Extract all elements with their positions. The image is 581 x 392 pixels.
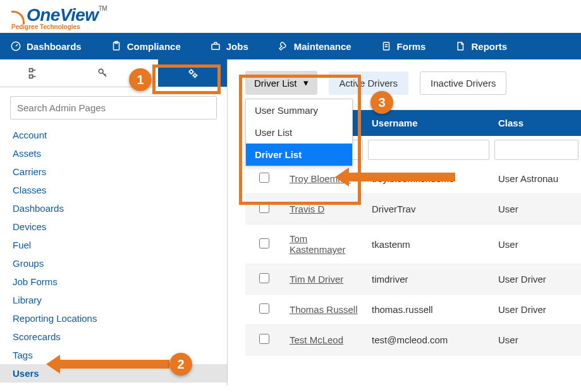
- logo-area: OneViewTM Pedigree Technologies: [0, 0, 581, 33]
- gauge-icon: [10, 40, 21, 52]
- driver-class: User: [492, 224, 581, 264]
- nav-jobs-label: Jobs: [226, 41, 248, 52]
- view-dropdown-menu: User SummaryUser ListDriver List: [245, 99, 353, 166]
- tree-icon: [28, 67, 40, 80]
- driver-class: User Astronau: [492, 164, 581, 194]
- sidebar-tab-settings[interactable]: [158, 59, 227, 87]
- header-class[interactable]: Class: [492, 110, 581, 136]
- nav-forms-label: Forms: [397, 41, 426, 52]
- nav-maintenance[interactable]: Maintenance: [272, 40, 357, 52]
- driver-username: tkastenm: [365, 224, 492, 264]
- driver-class: User Driver: [492, 295, 581, 325]
- table-row: Test McLeodtest@mcleod.comUser: [245, 325, 581, 355]
- driver-name-link[interactable]: Travis D: [290, 204, 324, 214]
- table-row: Tom KastenmayertkastenmUser: [245, 224, 581, 264]
- row-checkbox[interactable]: [259, 173, 269, 183]
- logo-brand: OneView: [27, 5, 99, 25]
- driver-name-link[interactable]: Tim M Driver: [290, 274, 343, 285]
- header-username[interactable]: Username: [365, 110, 492, 136]
- logo-tm: TM: [99, 5, 107, 12]
- dropdown-option-user-summary[interactable]: User Summary: [246, 99, 352, 121]
- callout-3: 3: [370, 91, 393, 114]
- nav-dashboards-label: Dashboards: [27, 41, 82, 52]
- sidebar-tabs: [0, 59, 227, 87]
- view-dropdown-button[interactable]: Driver List ▾: [245, 71, 317, 95]
- sidebar-item-account[interactable]: Account: [0, 126, 227, 144]
- callout-2: 2: [169, 353, 192, 376]
- table-row: Thomas Russellthomas.russellUser Driver: [245, 295, 581, 325]
- filter-class-input[interactable]: [494, 140, 578, 160]
- driver-username: DriverTrav: [365, 194, 492, 224]
- row-checkbox[interactable]: [259, 238, 269, 248]
- dropdown-option-driver-list[interactable]: Driver List: [246, 144, 352, 166]
- sidebar-item-assets[interactable]: Assets: [0, 144, 227, 162]
- driver-class: User: [492, 194, 581, 224]
- driver-username: test@mcleod.com: [365, 325, 492, 355]
- sidebar-item-scorecards[interactable]: Scorecards: [0, 328, 227, 346]
- driver-name-link[interactable]: Test McLeod: [290, 334, 343, 345]
- sidebar-item-library[interactable]: Library: [0, 291, 227, 309]
- filter-active-drivers[interactable]: Active Drivers: [329, 71, 409, 95]
- row-checkbox[interactable]: [259, 334, 269, 344]
- nav-maintenance-label: Maintenance: [294, 41, 352, 52]
- driver-username: thomas.russell: [365, 295, 492, 325]
- driver-class: User: [492, 325, 581, 355]
- svg-point-7: [99, 69, 104, 73]
- view-dropdown-label: Driver List: [254, 78, 297, 89]
- gears-icon: [187, 67, 199, 80]
- svg-rect-3: [212, 44, 219, 49]
- filter-inactive-drivers[interactable]: Inactive Drivers: [420, 71, 506, 95]
- svg-rect-5: [30, 68, 33, 71]
- form-icon: [381, 40, 392, 52]
- briefcase-icon: [210, 40, 221, 52]
- sidebar-item-dashboards[interactable]: Dashboards: [0, 199, 227, 217]
- sidebar-search: [10, 96, 217, 119]
- sidebar-item-devices[interactable]: Devices: [0, 217, 227, 236]
- top-nav: Dashboards Compliance Jobs Maintenance F…: [0, 33, 581, 59]
- sidebar-tab-tree[interactable]: [0, 59, 69, 87]
- main-content: Driver List ▾ Active Drivers Inactive Dr…: [228, 59, 581, 386]
- table-row: Travis DDriverTravUser: [245, 194, 581, 224]
- caret-down-icon: ▾: [303, 77, 309, 89]
- driver-class: User Driver: [492, 264, 581, 295]
- users-toolbar: Driver List ▾ Active Drivers Inactive Dr…: [245, 71, 581, 95]
- logo-arc-icon: [11, 11, 27, 26]
- nav-compliance[interactable]: Compliance: [106, 40, 186, 52]
- nav-jobs[interactable]: Jobs: [205, 40, 254, 52]
- callout-1: 1: [129, 68, 152, 91]
- svg-point-8: [190, 70, 193, 73]
- filter-username-input[interactable]: [368, 140, 489, 160]
- row-checkbox[interactable]: [259, 203, 269, 213]
- sidebar-item-classes[interactable]: Classes: [0, 181, 227, 199]
- nav-forms[interactable]: Forms: [376, 40, 431, 52]
- annotation-arrow-2: [46, 355, 169, 374]
- sidebar-item-carriers[interactable]: Carriers: [0, 162, 227, 181]
- sidebar-item-job-forms[interactable]: Job Forms: [0, 273, 227, 291]
- nav-reports-label: Reports: [471, 41, 507, 52]
- clipboard-icon: [111, 40, 122, 52]
- sidebar-item-reporting-locations[interactable]: Reporting Locations: [0, 309, 227, 328]
- logo-text: OneViewTM: [27, 5, 107, 25]
- sidebar-item-groups[interactable]: Groups: [0, 254, 227, 273]
- driver-name-link[interactable]: Thomas Russell: [290, 304, 358, 315]
- nav-compliance-label: Compliance: [127, 41, 181, 52]
- nav-reports[interactable]: Reports: [450, 40, 512, 52]
- sidebar-tab-key[interactable]: [69, 59, 138, 87]
- row-checkbox[interactable]: [259, 273, 269, 283]
- dropdown-option-user-list[interactable]: User List: [246, 121, 352, 144]
- svg-point-9: [193, 74, 196, 77]
- key-icon: [97, 67, 109, 80]
- sidebar: AccountAssetsCarriersClassesDashboardsDe…: [0, 59, 228, 386]
- driver-username: timdriver: [365, 264, 492, 295]
- annotation-arrow-3: [335, 168, 455, 187]
- nav-dashboards[interactable]: Dashboards: [5, 40, 87, 52]
- document-icon: [455, 40, 466, 52]
- search-input[interactable]: [10, 96, 217, 119]
- sidebar-item-fuel[interactable]: Fuel: [0, 236, 227, 254]
- driver-name-link[interactable]: Tom Kastenmayer: [290, 233, 345, 255]
- svg-rect-6: [30, 75, 33, 78]
- table-row: Tim M DrivertimdriverUser Driver: [245, 264, 581, 295]
- admin-pages-list: AccountAssetsCarriersClassesDashboardsDe…: [0, 126, 227, 386]
- row-checkbox[interactable]: [259, 303, 269, 314]
- wrench-icon: [278, 40, 289, 52]
